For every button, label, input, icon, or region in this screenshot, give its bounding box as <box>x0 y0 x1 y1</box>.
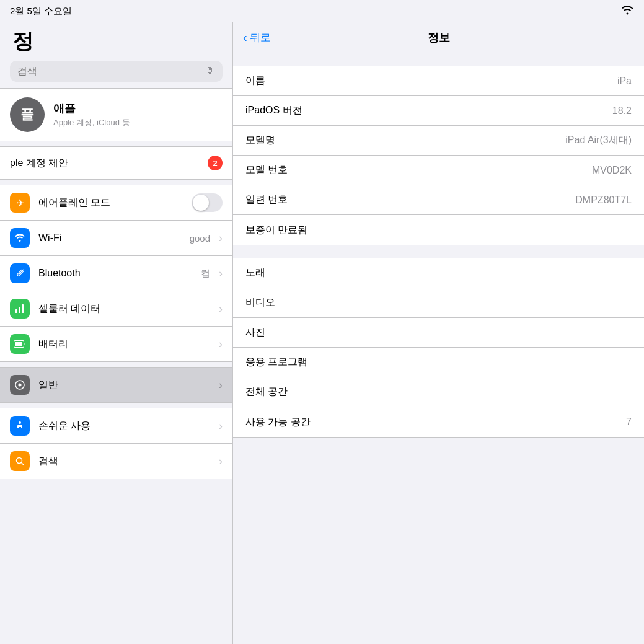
chevron-wifi-icon: › <box>219 232 223 245</box>
detail-row-serial: 일련 번호 DMPZ80T7L <box>233 185 644 215</box>
settings-label-bluetooth: Bluetooth <box>38 268 192 279</box>
detail-row-name: 이름 iPa <box>233 66 644 96</box>
cellular-settings-icon <box>10 299 30 319</box>
settings-label-wifi: Wi-Fi <box>38 232 181 244</box>
chevron-cellular-icon: › <box>219 302 223 315</box>
settings-item-battery[interactable]: 배터리 › <box>0 327 232 361</box>
back-chevron-icon: ‹ <box>243 30 247 45</box>
accessibility-icon <box>10 416 30 436</box>
chevron-general-icon: › <box>219 379 223 392</box>
svg-point-7 <box>19 421 21 424</box>
detail-nav: ‹ 뒤로 정보 <box>233 22 644 53</box>
chevron-search-icon: › <box>219 455 223 468</box>
bluetooth-settings-icon: ␥ <box>10 263 30 283</box>
detail-title: 정보 <box>428 30 450 45</box>
row-value-ipados: 18.2 <box>612 105 632 117</box>
svg-point-6 <box>19 384 22 387</box>
status-right <box>620 5 634 18</box>
svg-rect-0 <box>15 309 17 313</box>
apple-account-info: 애플 Apple 계정, iCloud 등 <box>53 101 223 128</box>
settings-item-bluetooth[interactable]: ␥ Bluetooth 컴 › <box>0 256 232 291</box>
detail-row-warranty: 보증이 만료됨 <box>233 215 644 245</box>
suggestion-label: ple 계정 제안 <box>10 157 68 170</box>
settings-item-wifi[interactable]: Wi-Fi good › <box>0 221 232 256</box>
settings-label-general: 일반 <box>38 379 210 392</box>
settings-item-search[interactable]: 검색 › <box>0 444 232 479</box>
storage-group: 노래 비디오 사진 응용 프로그램 전체 공간 사용 가능 공간 7 <box>233 258 644 438</box>
back-button[interactable]: ‹ 뒤로 <box>243 30 271 45</box>
settings-label-search: 검색 <box>38 455 210 468</box>
settings-value-bluetooth: 컴 <box>201 268 210 280</box>
row-label-model-name: 모델명 <box>245 134 275 147</box>
apple-account-subtitle: Apple 계정, iCloud 등 <box>53 117 223 128</box>
row-label-videos: 비디오 <box>245 296 275 309</box>
row-value-available: 7 <box>626 417 632 428</box>
row-label-photos: 사진 <box>245 326 265 339</box>
suggestion-badge: 2 <box>208 156 223 170</box>
row-value-model-number: MV0D2K <box>592 165 632 176</box>
avatar: 플 <box>10 97 45 132</box>
row-label-apps: 응용 프로그램 <box>245 356 307 369</box>
back-label: 뒤로 <box>250 30 271 45</box>
search-input[interactable] <box>17 66 200 77</box>
chevron-battery-icon: › <box>219 338 223 351</box>
row-label-songs: 노래 <box>245 267 265 280</box>
detail-row-videos: 비디오 <box>233 288 644 318</box>
svg-rect-4 <box>15 342 22 346</box>
detail-panel: ‹ 뒤로 정보 이름 iPa iPadOS 버전 18.2 모델명 iPad A… <box>232 22 644 644</box>
sidebar: 정 🎙 플 애플 Apple 계정, iCloud 등 ple 계정 제안 2 … <box>0 22 232 644</box>
settings-item-accessibility[interactable]: 손쉬운 사용 › <box>0 408 232 444</box>
chevron-bluetooth-icon: › <box>219 267 223 280</box>
settings-item-airplane[interactable]: ✈ 에어플레인 모드 <box>0 185 232 221</box>
detail-row-songs: 노래 <box>233 258 644 288</box>
settings-label-cellular: 셀룰러 데이터 <box>38 302 210 315</box>
settings-label-airplane: 에어플레인 모드 <box>38 196 183 210</box>
siri-search-icon <box>10 451 30 471</box>
device-info-group: 이름 iPa iPadOS 버전 18.2 모델명 iPad Air(3세대) … <box>233 66 644 245</box>
row-value-serial: DMPZ80T7L <box>575 195 632 206</box>
detail-row-model-number: 모델 번호 MV0D2K <box>233 156 644 185</box>
airplane-icon: ✈ <box>10 193 30 213</box>
apple-account-name: 애플 <box>53 101 223 116</box>
general-settings-icon <box>10 375 30 395</box>
chevron-accessibility-icon: › <box>219 420 223 433</box>
row-label-model-number: 모델 번호 <box>245 164 288 177</box>
svg-line-9 <box>22 463 24 465</box>
row-value-model-name: iPad Air(3세대) <box>565 134 632 147</box>
airplane-toggle[interactable] <box>192 193 223 212</box>
search-bar[interactable]: 🎙 <box>10 61 223 82</box>
detail-row-apps: 응용 프로그램 <box>233 348 644 377</box>
row-label-available: 사용 가능 공간 <box>245 416 311 429</box>
detail-row-total-storage: 전체 공간 <box>233 377 644 407</box>
svg-rect-1 <box>19 307 20 313</box>
settings-group-bottom: 손쉬운 사용 › 검색 › <box>0 408 232 479</box>
toggle-thumb <box>193 195 209 211</box>
microphone-icon: 🎙 <box>205 66 215 77</box>
settings-value-wifi: good <box>190 233 210 244</box>
wifi-icon <box>620 5 634 18</box>
detail-row-ipados: iPadOS 버전 18.2 <box>233 96 644 126</box>
row-label-warranty: 보증이 만료됨 <box>245 224 307 237</box>
detail-row-photos: 사진 <box>233 318 644 348</box>
row-label-total-storage: 전체 공간 <box>245 386 288 399</box>
settings-group-connectivity: ✈ 에어플레인 모드 Wi-Fi good › <box>0 185 232 362</box>
main-content: 정 🎙 플 애플 Apple 계정, iCloud 등 ple 계정 제안 2 … <box>0 22 644 644</box>
wifi-settings-icon <box>10 228 30 248</box>
settings-label-accessibility: 손쉬운 사용 <box>38 420 210 433</box>
suggestion-banner[interactable]: ple 계정 제안 2 <box>0 146 232 180</box>
apple-account-row[interactable]: 플 애플 Apple 계정, iCloud 등 <box>0 88 232 141</box>
detail-row-model-name: 모델명 iPad Air(3세대) <box>233 126 644 156</box>
svg-rect-2 <box>22 304 24 313</box>
detail-content: 이름 iPa iPadOS 버전 18.2 모델명 iPad Air(3세대) … <box>233 53 644 644</box>
status-datetime: 2월 5일 수요일 <box>10 6 72 17</box>
row-label-serial: 일련 번호 <box>245 193 288 206</box>
row-label-ipados: iPadOS 버전 <box>245 104 302 117</box>
settings-item-general[interactable]: 일반 › <box>0 367 232 403</box>
battery-settings-icon <box>10 334 30 354</box>
detail-row-available-storage: 사용 가능 공간 7 <box>233 407 644 437</box>
row-value-name: iPa <box>617 76 632 87</box>
row-label-name: 이름 <box>245 74 265 87</box>
settings-title: 정 <box>0 22 232 61</box>
status-bar: 2월 5일 수요일 <box>0 0 644 22</box>
settings-item-cellular[interactable]: 셀룰러 데이터 › <box>0 291 232 327</box>
